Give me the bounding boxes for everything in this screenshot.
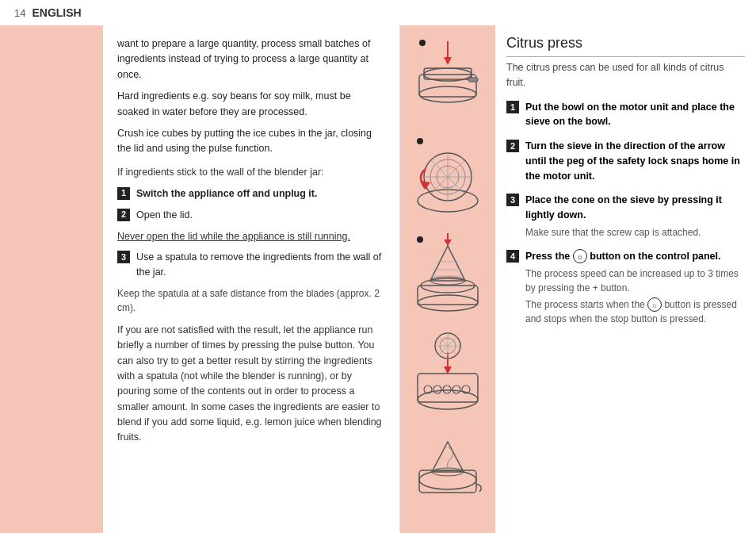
step-2-text: Open the lid. [136,208,193,223]
images-column [400,25,495,533]
right-step-3-note: Make sure that the screw cap is attached… [525,225,745,240]
sieve-turn-illustration [408,133,487,220]
right-step-1-text: Put the bowl on the motor unit and place… [525,100,745,130]
svg-rect-7 [468,78,478,82]
image-5 [405,425,491,519]
svg-marker-5 [444,57,452,65]
svg-point-33 [443,385,451,393]
step-3-text: Use a spatula to remove the ingredients … [136,250,385,280]
right-step-4-note2: The process starts when the ☼ button is … [525,297,745,327]
svg-rect-30 [418,374,478,402]
right-step-2-num: 2 [506,140,519,152]
step-1-number: 1 [117,187,130,200]
instructions-column: Citrus press The citrus press can be use… [495,25,756,533]
italic-block: If you are not satisfied with the result… [117,323,385,446]
right-step-4-note1: The process speed can be increased up to… [525,266,745,295]
image-3 [405,228,491,322]
right-step-3-text: Place the cone on the sieve by pressing … [525,193,745,223]
svg-point-0 [419,86,476,102]
image-2 [405,130,491,224]
step-2-number: 2 [117,209,130,221]
svg-point-34 [452,385,460,393]
control-panel-illustration [408,330,487,417]
right-step-3: 3 Place the cone on the sieve by pressin… [506,193,745,240]
right-step-3-num: 3 [506,194,519,206]
step-1-block: 1 Switch the appliance off and unplug it… [117,186,385,201]
step-2-block: 2 Open the lid. [117,208,385,223]
svg-marker-28 [444,240,452,246]
image-4 [405,327,491,420]
citrus-intro: The citrus press can be used for all kin… [506,60,745,90]
right-section: Citrus press The citrus press can be use… [399,25,756,533]
citrus-juicer-illustration [408,432,487,512]
right-step-2-text: Turn the sieve in the direction of the a… [525,139,745,183]
svg-marker-21 [430,246,465,281]
svg-marker-46 [432,442,464,472]
right-step-4-num: 4 [506,250,519,263]
svg-point-32 [433,385,441,393]
page-number: 14 [14,7,25,19]
left-decorative-panel [0,25,103,533]
citrus-button-icon-2: ☼ [647,297,662,312]
right-step-1: 1 Put the bowl on the motor unit and pla… [506,100,745,130]
stick-intro: If ingredients stick to the wall of the … [117,165,385,180]
bowl-motor-illustration [408,35,487,122]
left-text-column: want to prepare a large quantity, proces… [103,25,399,533]
right-step-4: 4 Press the ☼ button on the control pane… [506,249,745,327]
intro-para-3: Crush ice cubes by putting the ice cubes… [117,126,385,157]
right-step-1-num: 1 [506,101,519,113]
step-3-note: Keep the spatula at a safe distance from… [117,286,385,315]
svg-point-26 [417,236,423,243]
citrus-button-icon: ☼ [573,249,587,263]
intro-para-1: want to prepare a large quantity, proces… [117,36,385,82]
step4-text-prefix: Press the [525,251,570,262]
image-1 [405,32,491,125]
intro-para-2: Hard ingredients e.g. soy beans for soy … [117,89,385,120]
svg-point-17 [417,138,423,144]
step-3-number: 3 [117,251,130,263]
step-3-block: 3 Use a spatula to remove the ingredient… [117,250,385,280]
svg-point-18 [418,295,478,311]
svg-point-6 [419,40,426,46]
right-step-2: 2 Turn the sieve in the direction of the… [506,139,745,183]
language-label: ENGLISH [32,6,81,19]
warning-text: Never open the lid while the appliance i… [117,229,385,244]
section-title: Citrus press [506,35,745,57]
step-1-text: Switch the appliance off and unplug it. [136,186,317,201]
step4-text-suffix: button on the control panel. [590,251,720,262]
svg-point-44 [419,470,476,489]
right-step-4-text: Press the ☼ button on the control panel. [525,249,745,264]
cone-sieve-illustration [408,232,487,319]
